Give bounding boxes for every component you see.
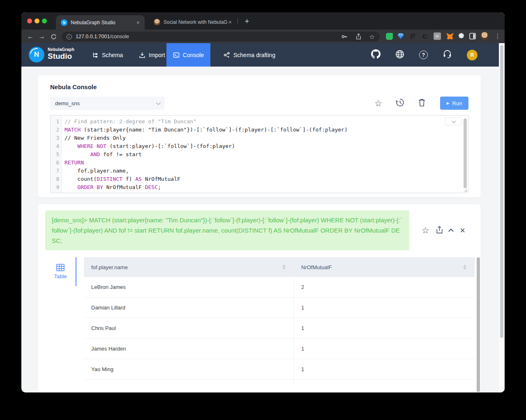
nav-item-schema[interactable]: Schema bbox=[86, 43, 129, 67]
column-header-name[interactable]: fof.player.name bbox=[84, 257, 294, 277]
run-button[interactable]: ▶ Run bbox=[440, 97, 468, 110]
cell-player-name: Chris Paul bbox=[84, 318, 294, 338]
nav-item-import[interactable]: Import bbox=[133, 43, 171, 67]
schema-tree-icon bbox=[92, 52, 99, 58]
editor-scrollbar[interactable] bbox=[464, 118, 467, 188]
metamask-extension-icon[interactable] bbox=[445, 31, 455, 41]
tab-table-view[interactable]: Table bbox=[45, 257, 76, 286]
url-bar[interactable]: i 127.0.0.1:7001 /console ☆ bbox=[62, 32, 380, 42]
table-row: James Harden1 bbox=[84, 339, 475, 359]
reload-button[interactable] bbox=[48, 32, 58, 42]
browser-tab-social-network[interactable]: Social Network with NebulaGra × bbox=[150, 17, 235, 28]
code-line: RETURN bbox=[65, 159, 468, 167]
line-number: 6 bbox=[51, 159, 61, 167]
brand-small: NebulaGraph bbox=[48, 47, 74, 52]
cell-mutual-count: 1 bbox=[294, 298, 475, 318]
browser-window: N NebulaGraph Studio × Social Network wi… bbox=[21, 12, 505, 392]
colorzilla-extension-icon[interactable]: C: bbox=[420, 31, 430, 41]
browser-profile-avatar[interactable] bbox=[480, 31, 489, 41]
table-row: LeBron James2 bbox=[84, 277, 475, 298]
code-line: WHERE NOT (start:player)-[:`follow`]-(fo… bbox=[65, 142, 468, 150]
column-header-count[interactable]: NrOfMutualF bbox=[294, 257, 475, 277]
result-table-body: LeBron James2Damian Lillard1Chris Paul1J… bbox=[84, 277, 475, 386]
line-number: 2 bbox=[51, 126, 61, 134]
tab-title: Social Network with NebulaGra bbox=[164, 19, 228, 25]
line-number: 4 bbox=[51, 142, 61, 150]
table-grid-icon bbox=[56, 264, 65, 271]
nebulagraph-favicon-icon: N bbox=[61, 19, 67, 26]
line-number: 3 bbox=[51, 134, 61, 142]
cell-mutual-count: 1 bbox=[294, 318, 475, 338]
favorite-result-icon[interactable]: ☆ bbox=[422, 226, 429, 235]
collapse-result-icon[interactable] bbox=[448, 228, 454, 234]
side-panel-icon[interactable] bbox=[468, 31, 478, 41]
page-scrollbar[interactable] bbox=[499, 43, 505, 392]
forward-button[interactable]: → bbox=[37, 32, 47, 42]
mail-extension-icon[interactable]: ✉ bbox=[432, 31, 442, 41]
sort-icon[interactable] bbox=[463, 265, 466, 270]
clear-trash-icon[interactable] bbox=[418, 98, 426, 108]
close-result-icon[interactable]: × bbox=[460, 226, 465, 235]
gem-extension-icon[interactable] bbox=[396, 31, 406, 41]
editor-code[interactable]: // Find pattern: 2-degree of "Tim Duncan… bbox=[62, 115, 468, 193]
share-icon[interactable] bbox=[355, 33, 362, 40]
help-icon[interactable]: ? bbox=[419, 51, 428, 59]
favorite-query-icon[interactable]: ☆ bbox=[374, 99, 382, 108]
evernote-extension-icon[interactable] bbox=[384, 31, 394, 41]
line-number: 5 bbox=[51, 150, 61, 159]
support-headset-icon[interactable] bbox=[443, 49, 452, 60]
github-icon[interactable] bbox=[371, 49, 381, 60]
brand-text: NebulaGraph Studio bbox=[48, 47, 74, 61]
password-key-icon[interactable] bbox=[341, 33, 348, 40]
table-row: Chris Paul1 bbox=[84, 318, 475, 339]
cell-mutual-count: 1 bbox=[294, 339, 475, 359]
extensions-puzzle-icon[interactable] bbox=[456, 31, 466, 41]
user-avatar[interactable]: R bbox=[467, 50, 478, 60]
tab-table-label: Table bbox=[54, 273, 67, 279]
site-info-icon[interactable]: i bbox=[67, 34, 72, 39]
query-editor[interactable]: 123456789 // Find pattern: 2-degree of "… bbox=[50, 115, 468, 193]
nav-item-schema-drafting[interactable]: Schema drafting bbox=[218, 43, 281, 67]
graph-space-select[interactable]: demo_sns bbox=[50, 97, 164, 110]
traffic-zoom-button[interactable] bbox=[42, 18, 47, 23]
code-line: AND fof != start bbox=[65, 150, 468, 159]
url-host: 127.0.0.1:7001 bbox=[76, 34, 110, 39]
table-row: Yao Ming1 bbox=[84, 359, 475, 380]
browser-menu-kebab-icon[interactable]: ⋮ bbox=[493, 31, 503, 41]
tab-close-icon[interactable]: × bbox=[136, 20, 141, 25]
nebulagraph-logo[interactable]: N bbox=[29, 47, 44, 62]
traffic-close-button[interactable] bbox=[27, 18, 32, 23]
editor-collapse-button[interactable] bbox=[445, 118, 461, 125]
chevron-down-icon bbox=[452, 119, 456, 123]
console-card: Nebula Console demo_sns ☆ ▶ Run bbox=[38, 75, 481, 197]
history-icon[interactable] bbox=[396, 98, 404, 108]
studio-navbar: N NebulaGraph Studio Schema Import Conso… bbox=[21, 43, 505, 67]
nav-item-label: Console bbox=[183, 52, 204, 58]
line-number: 8 bbox=[51, 175, 61, 183]
browser-tab-nebulagraph-studio[interactable]: N NebulaGraph Studio × bbox=[56, 15, 145, 30]
new-tab-button[interactable]: + bbox=[242, 16, 252, 27]
cell-mutual-count: 2 bbox=[294, 277, 475, 297]
graph-space-value: demo_sns bbox=[55, 100, 80, 106]
back-button[interactable]: ← bbox=[25, 32, 35, 42]
line-number: 1 bbox=[51, 118, 61, 126]
bookmark-star-icon[interactable]: ☆ bbox=[369, 34, 375, 40]
nav-item-label: Import bbox=[149, 52, 165, 58]
nav-item-console[interactable]: Console bbox=[166, 43, 210, 67]
result-view-sidebar: Table bbox=[45, 257, 76, 392]
query-success-banner: [demo_sns]> MATCH (start:player{name: "T… bbox=[45, 210, 409, 250]
tab-title: NebulaGraph Studio bbox=[71, 20, 136, 25]
run-label: Run bbox=[452, 100, 462, 106]
tab-close-icon[interactable]: × bbox=[228, 19, 233, 25]
code-line: // Find pattern: 2-degree of "Tim Duncan… bbox=[65, 118, 468, 126]
language-globe-icon[interactable] bbox=[395, 50, 404, 60]
line-number: 9 bbox=[51, 183, 61, 192]
result-table: fof.player.name NrOfMutualF LeBron James… bbox=[84, 257, 475, 392]
export-icon[interactable] bbox=[436, 226, 443, 235]
f-extension-icon[interactable]: f? bbox=[408, 31, 418, 41]
cell-player-name: James Harden bbox=[84, 339, 294, 359]
browser-tabstrip: N NebulaGraph Studio × Social Network wi… bbox=[21, 12, 505, 30]
avatar-favicon-icon bbox=[154, 19, 160, 25]
traffic-minimize-button[interactable] bbox=[35, 18, 39, 23]
sort-icon[interactable] bbox=[282, 265, 286, 270]
